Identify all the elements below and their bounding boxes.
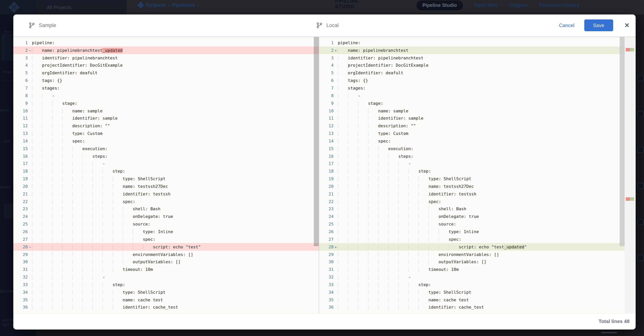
all-projects-selector[interactable]: All Projects bbox=[36, 0, 127, 15]
diff-row: 8 - bbox=[319, 92, 624, 100]
diff-row: 36 identifier: cache_test bbox=[319, 304, 624, 311]
left-code-pane: 1pipeline:2− name: pipelinebranchtest_up… bbox=[13, 37, 319, 313]
code-line: type: Inline bbox=[338, 229, 479, 234]
code-line: identifier: sample bbox=[338, 116, 423, 121]
close-icon[interactable]: ✕ bbox=[624, 22, 630, 29]
code-line: source: bbox=[338, 222, 456, 227]
code-line: steps: bbox=[32, 154, 108, 159]
code-line: - bbox=[338, 275, 411, 280]
right-rail-icon[interactable] bbox=[638, 75, 644, 81]
left-pane-title-text: Sample bbox=[39, 23, 56, 28]
code-line: step: bbox=[338, 282, 431, 287]
diff-change-marker: + bbox=[334, 245, 338, 249]
diff-row: 23 shell: Bash bbox=[319, 205, 624, 213]
code-line: orgIdentifier: deafult bbox=[338, 71, 403, 76]
code-line: pipeline: bbox=[32, 40, 54, 45]
diff-row: 34 type: ShellScript bbox=[13, 289, 319, 296]
diff-row: 30 outputVariables: [] bbox=[13, 258, 319, 266]
code-line: - bbox=[32, 275, 105, 280]
diff-row: 3 identifier: pipelinebranchtest bbox=[319, 54, 624, 62]
diff-row: 21 identifier: testssh bbox=[319, 190, 624, 198]
breadcrumb-separator: › bbox=[197, 2, 199, 8]
code-line: type: ShellScript bbox=[338, 176, 471, 181]
diff-row: 15 execution: bbox=[13, 145, 319, 152]
diff-row: 18 step: bbox=[13, 167, 319, 175]
line-number: 29 bbox=[13, 252, 28, 257]
diff-row: 19 type: ShellScript bbox=[319, 175, 624, 183]
left-scrollbar-thumb[interactable] bbox=[314, 37, 318, 246]
diff-row: 12 description: "" bbox=[13, 122, 319, 130]
code-line: outputVariables: [] bbox=[32, 260, 181, 265]
line-number: 13 bbox=[319, 131, 334, 136]
diff-row: 2− name: pipelinebranchtest_updated bbox=[13, 47, 319, 54]
line-number: 18 bbox=[13, 169, 28, 174]
right-rail-icon[interactable] bbox=[638, 219, 644, 225]
sidebar-item-label[interactable]: DASHBO bbox=[0, 289, 16, 293]
diff-row: 12 description: "" bbox=[319, 122, 624, 130]
code-line: type: Custom bbox=[338, 131, 408, 136]
diff-overview-ruler[interactable] bbox=[624, 37, 636, 313]
tab-triggers[interactable]: Triggers bbox=[509, 3, 528, 8]
line-number: 25 bbox=[13, 222, 28, 227]
diff-row: 18 step: bbox=[319, 167, 624, 175]
breadcrumb: Projects › Pipelines › bbox=[138, 0, 199, 10]
breadcrumb-pipelines[interactable]: Pipelines bbox=[172, 2, 195, 8]
tab-pipeline-studio[interactable]: Pipeline Studio bbox=[416, 0, 463, 10]
diff-row: 25 source: bbox=[319, 221, 624, 228]
right-rail-icon[interactable] bbox=[638, 255, 644, 261]
line-number: 11 bbox=[319, 116, 334, 121]
right-rail-icon[interactable] bbox=[638, 147, 644, 153]
line-number: 1 bbox=[13, 40, 28, 45]
tab-input-sets[interactable]: Input Sets bbox=[474, 3, 497, 8]
code-line: spec: bbox=[32, 199, 135, 204]
code-line: - bbox=[32, 161, 105, 166]
tab-execution-history[interactable]: Execution History bbox=[539, 3, 579, 8]
code-line: timeout: 10m bbox=[32, 267, 153, 272]
right-scrollbar-thumb[interactable] bbox=[620, 37, 624, 246]
sidebar-item-label[interactable]: Proje bbox=[3, 70, 12, 74]
line-number: 14 bbox=[13, 139, 28, 144]
sidebar-item-label[interactable]: Buil bbox=[4, 139, 10, 143]
right-code-rows: 1pipeline:2+ name: pipelinebranchtest3 i… bbox=[319, 37, 624, 311]
diff-row: 3 identifier: pipelinebranchtest bbox=[13, 54, 319, 62]
code-line: name: cache test bbox=[32, 297, 163, 302]
sidebar-item-label[interactable]: eature bbox=[0, 185, 11, 189]
code-line: name: pipelinebranchtest bbox=[338, 48, 408, 53]
line-number: 8 bbox=[13, 93, 28, 98]
line-number: 15 bbox=[319, 146, 334, 151]
sidebar-item-label[interactable]: Hom bbox=[4, 30, 12, 34]
diff-row: 27 spec: bbox=[319, 236, 624, 243]
diff-ruler-mark-line28 bbox=[626, 197, 634, 201]
cancel-button[interactable]: Cancel bbox=[559, 23, 574, 28]
right-rail-icon[interactable] bbox=[638, 183, 644, 189]
diff-row: 5 orgIdentifier: deafult bbox=[319, 69, 624, 77]
diff-change-marker: − bbox=[28, 48, 32, 53]
project-cube-icon bbox=[147, 4, 154, 10]
right-rail-icon[interactable] bbox=[638, 111, 644, 117]
code-line: description: "" bbox=[338, 123, 416, 128]
code-line: name: testssh27Dec bbox=[32, 184, 168, 189]
diff-row: 22 spec: bbox=[13, 198, 319, 205]
line-number: 17 bbox=[13, 161, 28, 166]
diff-row: 22 spec: bbox=[319, 198, 624, 205]
diff-row: 7 stages: bbox=[319, 84, 624, 92]
diff-row: 31 timeout: 10m bbox=[13, 266, 319, 273]
diff-row: 31 timeout: 10m bbox=[319, 266, 624, 273]
canvas-scrollbar-dash[interactable] bbox=[601, 332, 617, 333]
right-pane-title: Local bbox=[306, 22, 339, 29]
line-number: 35 bbox=[13, 297, 28, 302]
diff-row: 7 stages: bbox=[13, 84, 319, 92]
line-number: 16 bbox=[319, 154, 334, 159]
line-number: 7 bbox=[13, 86, 28, 91]
line-number: 32 bbox=[319, 275, 334, 280]
line-number: 24 bbox=[319, 214, 334, 219]
code-line: identifier: cache_test bbox=[338, 305, 484, 310]
code-line: onDelegate: true bbox=[338, 214, 479, 219]
code-line: stage: bbox=[338, 101, 383, 106]
sidebar-item-label[interactable]: eploy bbox=[0, 108, 9, 112]
line-number: 4 bbox=[13, 63, 28, 68]
diff-row: 5 orgIdentifier: deafult bbox=[13, 69, 319, 77]
save-button[interactable]: Save bbox=[584, 20, 613, 31]
yaml-diff-modal: Sample Local Cancel Save ✕ 1pipeline:2− bbox=[13, 14, 636, 329]
line-number: 5 bbox=[319, 71, 334, 76]
